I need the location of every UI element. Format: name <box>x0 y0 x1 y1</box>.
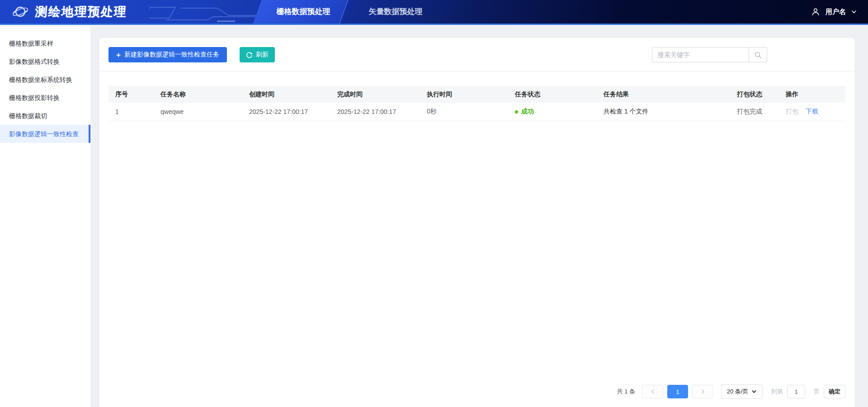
sidebar-item-raster-resample[interactable]: 栅格数据重采样 <box>0 34 90 52</box>
next-page-button[interactable] <box>692 385 713 398</box>
chevron-left-icon <box>650 389 656 394</box>
col-actions: 操作 <box>779 90 845 99</box>
sidebar-item-raster-clip[interactable]: 栅格数据裁切 <box>0 107 90 125</box>
col-finished-at: 完成时间 <box>330 90 420 99</box>
goto-suffix-label: 页 <box>814 388 820 396</box>
col-index: 序号 <box>108 90 154 99</box>
prev-page-button[interactable] <box>642 385 663 398</box>
sidebar-item-raster-coordsys-convert[interactable]: 栅格数据坐标系统转换 <box>0 71 90 89</box>
app-header: 测绘地理预处理 栅格数据预处理 矢量数据预处理 用户名 <box>0 0 868 25</box>
table-header-row: 序号 任务名称 创建时间 完成时间 执行时间 任务状态 任务结果 打包状态 操作 <box>108 86 845 103</box>
status-text: 成功 <box>521 108 534 116</box>
cell-index: 1 <box>108 108 154 115</box>
confirm-button[interactable]: 确定 <box>824 385 845 398</box>
user-icon <box>811 7 821 17</box>
page-size-value: 20 条/页 <box>727 388 749 396</box>
cell-result: 共检查 1 个文件 <box>597 108 730 116</box>
chevron-right-icon <box>700 389 706 394</box>
col-task-name: 任务名称 <box>154 90 242 99</box>
col-result: 任务结果 <box>597 90 730 99</box>
search-button[interactable] <box>749 47 767 62</box>
cell-actions: 打包 下载 <box>779 108 845 116</box>
toolbar: + 新建影像数据逻辑一致性检查任务 刷新 <box>99 38 854 71</box>
tab-vector-preprocess[interactable]: 矢量数据预处理 <box>355 0 436 24</box>
col-status: 任务状态 <box>508 90 597 99</box>
new-task-button[interactable]: + 新建影像数据逻辑一致性检查任务 <box>108 47 227 62</box>
page-title: 测绘地理预处理 <box>35 4 128 20</box>
goto-page-input[interactable] <box>787 385 805 398</box>
task-table: 序号 任务名称 创建时间 完成时间 执行时间 任务状态 任务结果 打包状态 操作… <box>108 86 845 121</box>
refresh-button[interactable]: 刷新 <box>240 47 275 62</box>
logo-icon <box>12 3 29 20</box>
col-created-at: 创建时间 <box>242 90 330 99</box>
page-size-select[interactable]: 20 条/页 <box>721 384 763 399</box>
total-count: 共 1 条 <box>617 388 635 396</box>
refresh-icon <box>246 52 253 58</box>
download-link[interactable]: 下载 <box>806 108 818 115</box>
cell-duration: 0秒 <box>420 108 508 116</box>
brand: 测绘地理预处理 <box>12 0 127 24</box>
cell-task-name: qweqwe <box>154 108 242 115</box>
sidebar-item-logic-consistency-check[interactable]: 影像数据逻辑一致性检查 <box>0 125 90 143</box>
table-row: 1 qweqwe 2025-12-22 17:00:17 2025-12-22 … <box>108 103 845 121</box>
tab-label: 栅格数据预处理 <box>260 0 347 24</box>
col-package-status: 打包状态 <box>730 90 779 99</box>
tab-label: 矢量数据预处理 <box>355 0 436 24</box>
plus-icon: + <box>116 51 121 59</box>
tab-raster-preprocess[interactable]: 栅格数据预处理 <box>260 0 347 24</box>
package-action[interactable]: 打包 <box>786 108 798 115</box>
pagination: 共 1 条 1 20 条/页 到第 页 确定 <box>617 384 845 399</box>
sidebar-item-image-format-convert[interactable]: 影像数据格式转换 <box>0 52 90 71</box>
user-menu[interactable]: 用户名 <box>811 0 857 24</box>
user-name: 用户名 <box>826 8 846 16</box>
status-dot <box>515 110 518 114</box>
sidebar: 栅格数据重采样 影像数据格式转换 栅格数据坐标系统转换 栅格数据投影转换 栅格数… <box>0 26 90 407</box>
cell-finished-at: 2025-12-22 17:00:17 <box>330 108 420 115</box>
sidebar-item-raster-projection-convert[interactable]: 栅格数据投影转换 <box>0 89 90 107</box>
search-input[interactable] <box>652 47 749 62</box>
search-icon <box>754 51 762 59</box>
new-task-label: 新建影像数据逻辑一致性检查任务 <box>124 51 219 59</box>
chevron-down-icon <box>851 9 857 15</box>
goto-prefix-label: 到第 <box>771 388 783 396</box>
top-tabs: 栅格数据预处理 矢量数据预处理 <box>260 0 436 24</box>
search-box <box>652 47 767 62</box>
refresh-label: 刷新 <box>256 51 269 59</box>
cell-package-status: 打包完成 <box>730 108 779 116</box>
chevron-down-icon <box>751 389 757 394</box>
content-card: + 新建影像数据逻辑一致性检查任务 刷新 序号 <box>99 38 854 407</box>
cell-created-at: 2025-12-22 17:00:17 <box>242 108 330 115</box>
cell-status: 成功 <box>508 108 597 116</box>
page-number-1[interactable]: 1 <box>667 385 688 398</box>
col-duration: 执行时间 <box>420 90 508 99</box>
